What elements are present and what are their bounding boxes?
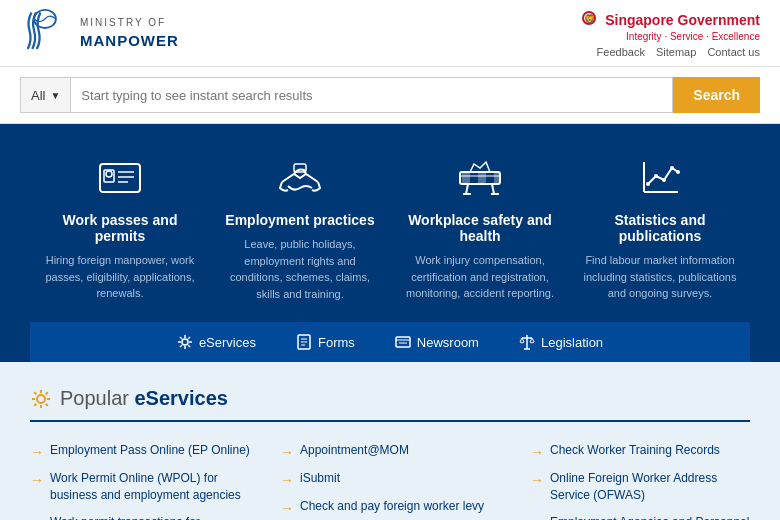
arrow-icon: →	[280, 444, 294, 460]
logo-area: MINISTRY OF MANPOWER	[20, 8, 179, 58]
service-item: → Check and pay foreign worker levy	[280, 493, 500, 520]
svg-point-23	[654, 174, 658, 178]
arrow-icon: →	[530, 516, 544, 520]
mom-logo-icon	[20, 8, 70, 58]
news-icon	[395, 334, 411, 350]
service-item: → Online Foreign Worker Address Service …	[530, 465, 750, 509]
sg-gov-links: Feedback Sitemap Contact us	[578, 46, 760, 58]
work-permit-domestic-link[interactable]: Work permit transactions for domestic he…	[50, 514, 250, 520]
sg-lion-icon: 🦁	[578, 9, 600, 31]
services-col-1: → Employment Pass Online (EP Online) → W…	[30, 437, 250, 520]
nav-eservices[interactable]: eServices	[177, 334, 256, 350]
id-card-icon	[96, 154, 144, 202]
popular-services-header: Popular eServices	[30, 387, 750, 422]
service-item: → iSubmit	[280, 465, 500, 493]
category-cards: Work passes and permits Hiring foreign m…	[30, 144, 750, 322]
svg-line-17	[492, 184, 494, 194]
svg-text:🦁: 🦁	[584, 13, 596, 25]
card-employment-title: Employment practices	[221, 212, 379, 228]
card-work-passes-title: Work passes and permits	[41, 212, 199, 244]
arrow-icon: →	[30, 444, 44, 460]
svg-rect-4	[100, 164, 140, 192]
form-icon	[296, 334, 312, 350]
services-col-2: → Appointment@MOM → iSubmit → Check and …	[280, 437, 500, 520]
search-filter-dropdown[interactable]: All ▼	[20, 77, 70, 113]
card-safety-desc: Work injury compensation, certification …	[401, 252, 559, 302]
dropdown-arrow-icon: ▼	[50, 90, 60, 101]
service-item: → Check Worker Training Records	[530, 437, 750, 465]
service-item: → Work Permit Online (WPOL) for business…	[30, 465, 250, 509]
service-item: → Work permit transactions for domestic …	[30, 509, 250, 520]
svg-rect-15	[494, 172, 500, 184]
ofwas-link[interactable]: Online Foreign Worker Address Service (O…	[550, 470, 750, 504]
service-item: → Employment Agencies and Personnel Sear…	[530, 509, 750, 520]
svg-point-38	[37, 395, 45, 403]
worker-training-link[interactable]: Check Worker Training Records	[550, 442, 720, 459]
search-bar: All ▼ Search	[0, 67, 780, 124]
card-work-passes-desc: Hiring foreign manpower, work passes, el…	[41, 252, 199, 302]
ep-online-link[interactable]: Employment Pass Online (EP Online)	[50, 442, 250, 459]
nav-forms[interactable]: Forms	[296, 334, 355, 350]
svg-rect-5	[104, 170, 114, 182]
service-item: → Employment Pass Online (EP Online)	[30, 437, 250, 465]
sitemap-link[interactable]: Sitemap	[656, 46, 696, 58]
chart-icon	[636, 154, 684, 202]
arrow-icon: →	[530, 472, 544, 488]
svg-line-16	[466, 184, 468, 194]
search-input[interactable]	[70, 77, 673, 113]
sg-gov-subtitle: Integrity · Service · Excellence	[578, 31, 760, 42]
contact-link[interactable]: Contact us	[707, 46, 760, 58]
svg-point-22	[646, 182, 650, 186]
card-workplace-safety[interactable]: Workplace safety and health Work injury …	[401, 154, 559, 302]
isubmit-link[interactable]: iSubmit	[300, 470, 340, 487]
sg-gov-area: 🦁 Singapore Government Integrity · Servi…	[578, 9, 760, 58]
arrow-icon: →	[280, 472, 294, 488]
arrow-icon: →	[280, 500, 294, 516]
svg-point-26	[676, 170, 680, 174]
feedback-link[interactable]: Feedback	[597, 46, 645, 58]
arrow-icon: →	[30, 516, 44, 520]
ea-directory-link[interactable]: Employment Agencies and Personnel Search…	[550, 514, 750, 520]
gear-icon	[177, 334, 193, 350]
barrier-icon	[456, 154, 504, 202]
arrow-icon: →	[530, 444, 544, 460]
svg-rect-32	[396, 337, 410, 347]
check-levy-link[interactable]: Check and pay foreign worker levy	[300, 498, 484, 515]
blue-nav: eServices Forms Newsroom	[30, 322, 750, 362]
card-statistics-desc: Find labour market information including…	[581, 252, 739, 302]
popular-gear-icon	[30, 388, 52, 410]
svg-rect-14	[478, 172, 486, 184]
logo-manpower: MANPOWER	[80, 30, 179, 51]
main-content: Popular eServices → Employment Pass Onli…	[0, 362, 780, 520]
service-item: → Appointment@MOM	[280, 437, 500, 465]
svg-point-25	[670, 166, 674, 170]
popular-title: Popular eServices	[60, 387, 228, 410]
search-button[interactable]: Search	[673, 77, 760, 113]
svg-point-24	[662, 178, 666, 182]
nav-newsroom[interactable]: Newsroom	[395, 334, 479, 350]
card-statistics[interactable]: Statistics and publications Find labour …	[581, 154, 739, 302]
hero-section: Work passes and permits Hiring foreign m…	[0, 124, 780, 362]
services-col-3: → Check Worker Training Records → Online…	[530, 437, 750, 520]
search-filter-label: All	[31, 88, 45, 103]
card-employment-desc: Leave, public holidays, employment right…	[221, 236, 379, 302]
sg-gov-title: 🦁 Singapore Government	[578, 9, 760, 31]
work-permit-online-link[interactable]: Work Permit Online (WPOL) for business a…	[50, 470, 250, 504]
services-grid: → Employment Pass Online (EP Online) → W…	[30, 437, 750, 520]
appointment-link[interactable]: Appointment@MOM	[300, 442, 409, 459]
site-header: MINISTRY OF MANPOWER 🦁 Singapore Governm…	[0, 0, 780, 67]
card-employment-practices[interactable]: Employment practices Leave, public holid…	[221, 154, 379, 302]
scale-icon	[519, 334, 535, 350]
handshake-icon	[276, 154, 324, 202]
card-safety-title: Workplace safety and health	[401, 212, 559, 244]
logo-text: MINISTRY OF MANPOWER	[80, 16, 179, 51]
logo-ministry: MINISTRY OF	[80, 16, 179, 30]
card-work-passes[interactable]: Work passes and permits Hiring foreign m…	[41, 154, 199, 302]
svg-point-27	[182, 339, 188, 345]
arrow-icon: →	[30, 472, 44, 488]
svg-point-6	[106, 171, 112, 177]
card-statistics-title: Statistics and publications	[581, 212, 739, 244]
nav-legislation[interactable]: Legislation	[519, 334, 603, 350]
svg-rect-13	[462, 172, 470, 184]
